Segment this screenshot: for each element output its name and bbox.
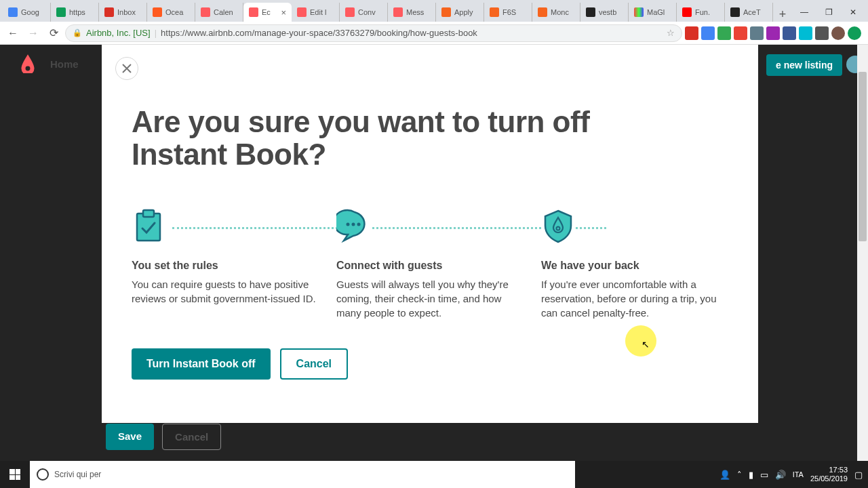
tab-title: Monc	[551, 8, 574, 16]
feature-support: We have your back If you're ever uncomfo…	[541, 208, 728, 320]
start-button[interactable]	[0, 461, 30, 488]
tab-title: Calen	[214, 8, 237, 16]
extension-icon[interactable]	[848, 26, 861, 40]
cancel-button[interactable]: Cancel	[162, 424, 221, 450]
window-controls: — ❐ ✕	[792, 3, 865, 22]
extension-icon[interactable]	[685, 26, 698, 40]
browser-tab[interactable]: Fun.	[677, 3, 725, 22]
turn-off-instant-book-button[interactable]: Turn Instant Book off	[132, 348, 271, 380]
site-identity: Airbnb, Inc. [US]	[86, 28, 151, 38]
url-field[interactable]: 🔒 Airbnb, Inc. [US] | https://www.airbnb…	[65, 24, 682, 42]
search-placeholder: Scrivi qui per	[54, 470, 101, 479]
forward-button[interactable]: →	[24, 24, 42, 42]
save-button[interactable]: Save	[106, 424, 154, 450]
back-button[interactable]: ←	[4, 24, 22, 42]
extension-icon[interactable]	[734, 26, 747, 40]
volume-icon[interactable]: 🔊	[775, 470, 786, 480]
cursor-icon: ↖	[642, 339, 650, 350]
input-language[interactable]: ITA	[793, 470, 804, 479]
chat-bubble-icon	[336, 208, 370, 243]
svg-point-2	[347, 222, 350, 226]
extension-icon[interactable]	[750, 26, 764, 40]
url-text: https://www.airbnb.com/manage-your-space…	[161, 28, 477, 38]
browser-tab-active[interactable]: Ec×	[243, 3, 292, 22]
clock[interactable]: 17:53 25/05/2019	[810, 466, 848, 483]
lock-icon: 🔒	[73, 28, 82, 37]
nav-home-link[interactable]: Home	[50, 58, 79, 70]
modal-cancel-button[interactable]: Cancel	[280, 348, 348, 380]
svg-point-4	[357, 222, 361, 226]
tab-title: Edit l	[310, 8, 334, 16]
tray-chevron-icon[interactable]: ˄	[737, 470, 742, 480]
browser-tab-strip: Goog https Inbox Ocea Calen Ec× Edit l C…	[0, 0, 868, 22]
feature-rules: You set the rules You can require guests…	[132, 208, 319, 320]
browser-tab[interactable]: vestb	[580, 3, 629, 22]
scrollbar[interactable]	[857, 45, 868, 461]
time-text: 17:53	[810, 466, 848, 474]
browser-tab[interactable]: Inbox	[99, 3, 147, 22]
tab-close-icon[interactable]: ×	[281, 7, 286, 18]
people-icon[interactable]: 👤	[719, 470, 730, 480]
feature-desc: You can require guests to have positive …	[132, 277, 319, 306]
reload-button[interactable]: ⟳	[45, 24, 62, 42]
extension-icon[interactable]	[799, 26, 812, 40]
feature-title: You set the rules	[132, 260, 319, 272]
browser-tab[interactable]: Apply	[436, 3, 484, 22]
tab-title: Fun.	[695, 8, 719, 16]
shield-icon	[541, 208, 575, 243]
tab-title: Conv	[358, 8, 382, 16]
avatar-icon[interactable]	[831, 26, 845, 40]
svg-rect-1	[143, 210, 154, 217]
browser-tab[interactable]: Mess	[388, 3, 436, 22]
features-row: You set the rules You can require guests…	[132, 208, 728, 320]
svg-point-3	[352, 222, 355, 226]
close-icon	[122, 64, 132, 73]
extension-icon[interactable]	[717, 26, 731, 40]
tab-title: Inbox	[117, 8, 141, 16]
minimize-button[interactable]: —	[792, 3, 816, 22]
extension-icon[interactable]	[766, 26, 780, 40]
network-icon[interactable]: ▭	[760, 470, 768, 480]
maximize-button[interactable]: ❐	[816, 3, 841, 22]
page-viewport: Home e new listing Save Cancel Are you s…	[0, 45, 868, 461]
instant-book-modal: Are you sure you want to turn off Instan…	[102, 45, 758, 423]
feature-connect: Connect with guests Guests will always t…	[336, 208, 524, 320]
feature-title: We have your back	[541, 260, 728, 272]
browser-tab[interactable]: Conv	[340, 3, 388, 22]
feature-desc: Guests will always tell you why they're …	[336, 277, 524, 320]
battery-icon[interactable]: ▮	[749, 470, 753, 480]
system-tray: 👤 ˄ ▮ ▭ 🔊 ITA 17:53 25/05/2019 ▢	[714, 466, 868, 483]
date-text: 25/05/2019	[810, 474, 848, 483]
tab-title: F6S	[502, 8, 526, 16]
browser-tab[interactable]: MaGl	[629, 3, 677, 22]
browser-tab[interactable]: AceT	[725, 3, 773, 22]
tab-title: https	[69, 8, 93, 16]
create-new-listing-button[interactable]: e new listing	[766, 54, 842, 76]
tab-title: Ec	[262, 8, 277, 16]
browser-tab[interactable]: Monc	[532, 3, 580, 22]
action-center-icon[interactable]: ▢	[854, 470, 863, 480]
new-tab-button[interactable]: +	[773, 7, 792, 22]
airbnb-logo-icon	[19, 54, 37, 73]
windows-logo-icon	[9, 469, 20, 480]
close-window-button[interactable]: ✕	[841, 3, 865, 22]
bookmark-star-icon[interactable]: ☆	[667, 28, 675, 38]
extension-icon[interactable]	[783, 26, 796, 40]
tab-title: MaGl	[647, 8, 671, 16]
modal-close-button[interactable]	[115, 57, 138, 80]
tab-title: Apply	[454, 8, 478, 16]
extension-icon[interactable]	[701, 26, 715, 40]
browser-tab[interactable]: Goog	[3, 3, 51, 22]
feature-desc: If you're ever uncomfortable with a rese…	[541, 277, 728, 320]
cursor-highlight	[625, 325, 656, 357]
taskbar-search[interactable]: Scrivi qui per	[30, 461, 111, 488]
feature-title: Connect with guests	[336, 260, 524, 272]
browser-tab[interactable]: Edit l	[292, 3, 340, 22]
scrollbar-thumb[interactable]	[859, 72, 867, 241]
extension-icon[interactable]	[815, 26, 829, 40]
browser-tab[interactable]: Calen	[195, 3, 243, 22]
browser-tab[interactable]: Ocea	[147, 3, 195, 22]
browser-tab[interactable]: F6S	[484, 3, 532, 22]
browser-tab[interactable]: https	[51, 3, 99, 22]
address-bar: ← → ⟳ 🔒 Airbnb, Inc. [US] | https://www.…	[0, 22, 868, 45]
